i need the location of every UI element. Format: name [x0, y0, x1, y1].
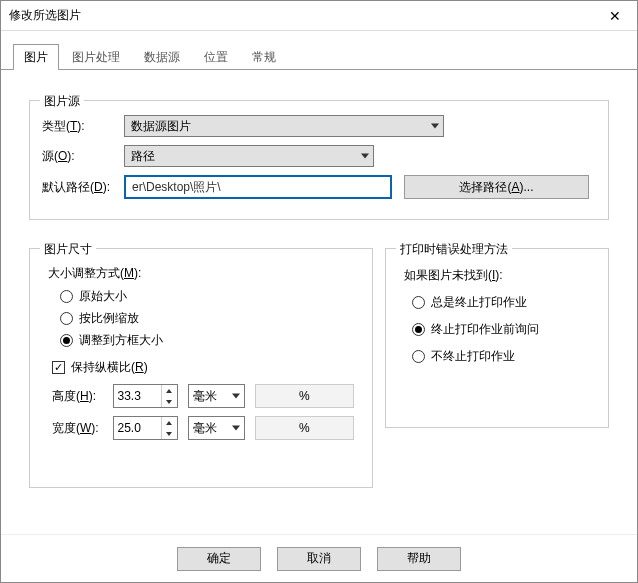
cancel-button[interactable]: 取消: [277, 547, 361, 571]
width-percent-button[interactable]: %: [255, 416, 354, 440]
legend-image-source: 图片源: [40, 93, 84, 110]
checkbox-icon: ✓: [52, 361, 65, 374]
radio-icon: [412, 296, 425, 309]
tab-general[interactable]: 常规: [241, 44, 287, 70]
chevron-down-icon: [232, 426, 240, 431]
tab-content: 图片源 类型(T): 数据源图片 源(O): 路径: [1, 70, 637, 534]
radio-fit-box[interactable]: 调整到方框大小: [60, 332, 354, 349]
source-select-value: 路径: [131, 148, 155, 165]
width-label: 宽度(W):: [52, 420, 103, 437]
default-path-label: 默认路径(D):: [42, 179, 124, 196]
type-label: 类型(T):: [42, 118, 124, 135]
width-spinner[interactable]: 25.0: [113, 416, 178, 440]
legend-image-size: 图片尺寸: [40, 241, 96, 258]
dialog-window: 修改所选图片 ✕ 图片 图片处理 数据源 位置 常规 图片源 类型(T): 数据…: [0, 0, 638, 583]
window-title: 修改所选图片: [9, 7, 592, 24]
chevron-down-icon: [431, 124, 439, 129]
type-select[interactable]: 数据源图片: [124, 115, 444, 137]
radio-icon: [412, 323, 425, 336]
fieldset-error-handling: 打印时错误处理方法 如果图片未找到(I): 总是终止打印作业 终止打印作业前询问…: [385, 248, 609, 428]
tab-datasource[interactable]: 数据源: [133, 44, 191, 70]
radio-original-size[interactable]: 原始大小: [60, 288, 354, 305]
chevron-down-icon: [361, 154, 369, 159]
type-select-value: 数据源图片: [131, 118, 191, 135]
ok-button[interactable]: 确定: [177, 547, 261, 571]
tab-image[interactable]: 图片: [13, 44, 59, 70]
height-label: 高度(H):: [52, 388, 103, 405]
resize-mode-label: 大小调整方式(M):: [48, 265, 354, 282]
height-percent-button[interactable]: %: [255, 384, 354, 408]
help-button[interactable]: 帮助: [377, 547, 461, 571]
spinner-up-icon[interactable]: [162, 417, 177, 428]
radio-icon: [60, 290, 73, 303]
radio-always-stop[interactable]: 总是终止打印作业: [412, 294, 590, 311]
height-unit-select[interactable]: 毫米: [188, 384, 245, 408]
height-spinner[interactable]: 33.3: [113, 384, 178, 408]
tab-processing[interactable]: 图片处理: [61, 44, 131, 70]
legend-error-handling: 打印时错误处理方法: [396, 241, 512, 258]
radio-ask-before-stop[interactable]: 终止打印作业前询问: [412, 321, 590, 338]
error-heading: 如果图片未找到(I):: [404, 267, 590, 284]
source-select[interactable]: 路径: [124, 145, 374, 167]
spinner-down-icon[interactable]: [162, 396, 177, 407]
checkbox-keep-ratio[interactable]: ✓ 保持纵横比(R): [52, 359, 354, 376]
fieldset-image-source: 图片源 类型(T): 数据源图片 源(O): 路径: [29, 100, 609, 220]
spinner-down-icon[interactable]: [162, 428, 177, 439]
close-icon[interactable]: ✕: [592, 1, 637, 31]
radio-icon: [60, 334, 73, 347]
radio-proportional-scale[interactable]: 按比例缩放: [60, 310, 354, 327]
titlebar: 修改所选图片 ✕: [1, 1, 637, 31]
dialog-footer: 确定 取消 帮助: [1, 534, 637, 582]
radio-no-stop[interactable]: 不终止打印作业: [412, 348, 590, 365]
chevron-down-icon: [232, 394, 240, 399]
radio-icon: [412, 350, 425, 363]
source-label: 源(O):: [42, 148, 124, 165]
fieldset-image-size: 图片尺寸 大小调整方式(M): 原始大小 按比例缩放 调整到方框大小: [29, 248, 373, 488]
tab-bar: 图片 图片处理 数据源 位置 常规: [1, 31, 637, 70]
default-path-input[interactable]: er\Desktop\照片\: [124, 175, 392, 199]
tab-position[interactable]: 位置: [193, 44, 239, 70]
spinner-up-icon[interactable]: [162, 385, 177, 396]
radio-icon: [60, 312, 73, 325]
choose-path-button[interactable]: 选择路径(A)...: [404, 175, 589, 199]
width-unit-select[interactable]: 毫米: [188, 416, 245, 440]
